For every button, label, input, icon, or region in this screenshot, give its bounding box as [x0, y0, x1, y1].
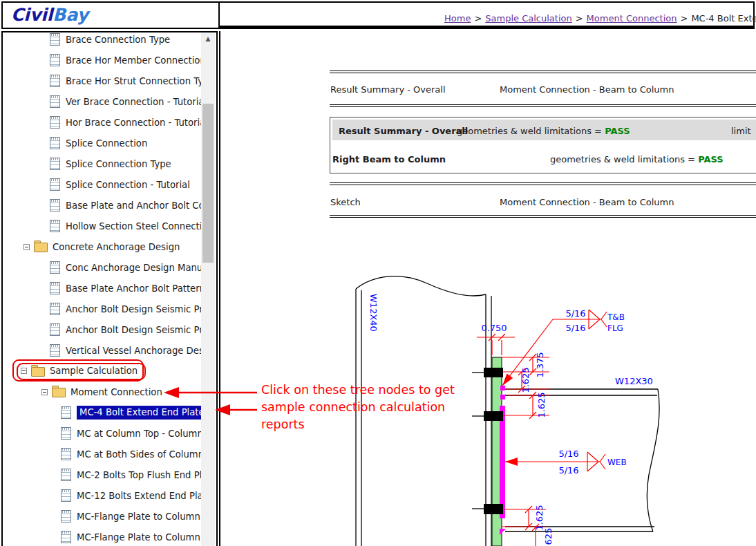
document-icon [50, 158, 60, 170]
tree-item-label[interactable]: Concrete Anchorage Design [53, 242, 180, 252]
column-break-line [356, 276, 486, 296]
weld-tail [601, 312, 607, 327]
document-icon [50, 95, 60, 108]
tree-item[interactable]: Conc Anchorage Design Manua [3, 257, 202, 278]
scroll-up-arrow-icon[interactable]: ▲ [201, 32, 215, 44]
tree-item[interactable]: Splice Connection Type [3, 153, 202, 174]
pass-badge: PASS [605, 126, 630, 136]
breadcrumb-item[interactable]: Moment Connection [587, 13, 677, 23]
tree-item-label[interactable]: Anchor Bolt Design Seismic Pro [66, 325, 202, 335]
tree-item-label[interactable]: MC at Both Sides of Column [77, 449, 202, 460]
tree-item[interactable]: Base Plate Anchor Bolt Pattern [3, 278, 202, 299]
tree-item[interactable]: Anchor Bolt Design Seismic Pro [3, 299, 202, 319]
tree-item[interactable]: Brace Hor Member Connection [3, 50, 202, 70]
table-header-check: geometries & weld limitations = PASS [457, 126, 630, 136]
sketch-section-title: Moment Connection - Beam to Column [500, 197, 674, 207]
main-divider [219, 31, 220, 546]
tree-item-label[interactable]: Splice Connection - Tutorial [66, 180, 190, 190]
tree-item[interactable]: Brace Hor Strut Connection Typ [3, 70, 202, 91]
logo-box: CivilBay [1, 1, 220, 29]
tree-item-label[interactable]: Brace Hor Member Connection [66, 55, 202, 66]
document-icon [50, 323, 60, 336]
breadcrumb-item[interactable]: Sample Calculation [485, 13, 571, 23]
document-icon [50, 33, 60, 46]
tree-item[interactable]: MC at Both Sides of Column [3, 444, 202, 464]
collapse-minus-icon[interactable] [41, 389, 48, 395]
tree-item-label[interactable]: Splice Connection Type [66, 159, 171, 169]
scrollbar-thumb[interactable] [202, 104, 214, 263]
logo-bay: Bay [53, 5, 88, 25]
breadcrumb-box: Home>Sample Calculation>Moment Connectio… [218, 1, 755, 29]
tree-item[interactable]: MC-4 Bolt Extend End Plate [3, 402, 202, 423]
tree-item-label[interactable]: MC-Flange Plate to Column [77, 511, 200, 522]
tree-item-label[interactable]: Base Plate Anchor Bolt Pattern [66, 283, 202, 294]
table-header-label: Result Summary - Overall [339, 126, 468, 136]
tree-item[interactable]: MC-12 Bolts Extend End Pla [3, 485, 202, 506]
tree-item-label[interactable]: MC-12 Bolts Extend End Pla [77, 491, 202, 501]
tree-item[interactable]: MC at Column Top - Column [3, 423, 202, 444]
tree-item-label[interactable]: Vertical Vessel Anchorage Desi [66, 346, 202, 356]
document-icon [61, 427, 71, 440]
tree-item-label[interactable]: Ver Brace Connection - Tutoria [66, 97, 202, 107]
tree-item-label[interactable]: Hollow Section Steel Connectio [66, 221, 202, 232]
tree-item-label[interactable]: Moment Connection [70, 387, 162, 397]
weld-size-bottom: 5/16 [565, 323, 585, 333]
highlighted-tree-item: Sample Calculation [17, 363, 146, 380]
beam-size-label: W12X30 [615, 376, 653, 386]
summary-section-title: Moment Connection - Beam to Column [500, 84, 674, 95]
dim-bolt-to-bottom-flange: 1.625 [534, 505, 545, 530]
tree-item-label[interactable]: MC-2 Bolts Top Flush End Pl [77, 470, 202, 480]
tree-item-label[interactable]: Hor Brace Connection - Tutoria [66, 117, 202, 128]
page: CivilBay Home>Sample Calculation>Moment … [0, 0, 756, 546]
tree-item-label[interactable]: Sample Calculation [50, 366, 138, 376]
collapse-minus-icon[interactable] [23, 244, 30, 250]
tree-item-label[interactable]: MC-Flange Plate to Column [77, 532, 200, 543]
tree-item[interactable]: Concrete Anchorage Design [3, 236, 202, 257]
column-size-label: W12X40 [368, 294, 379, 332]
tree-item-label[interactable]: Splice Connection [66, 138, 147, 149]
breadcrumb-item[interactable]: Home [444, 13, 471, 23]
tree-item[interactable]: MC-2 Bolts Top Flush End Pl [3, 464, 202, 485]
breadcrumb: Home>Sample Calculation>Moment Connectio… [444, 13, 756, 23]
folder-icon [34, 243, 48, 252]
tree-item[interactable]: Anchor Bolt Design Seismic Pro [3, 319, 202, 340]
double-rule [330, 70, 756, 73]
tree-item-label[interactable]: Brace Connection Type [66, 35, 170, 45]
breadcrumb-separator: > [474, 13, 482, 23]
document-icon [50, 282, 60, 294]
breadcrumb-item: MC-4 Bolt Extend End Plate [691, 13, 756, 23]
dim-plate-thickness: 0.750 [481, 323, 507, 333]
tree-item-label[interactable]: MC at Column Top - Column [77, 429, 202, 439]
weld-size-top: 5/16 [565, 308, 585, 319]
tree-item[interactable]: MC-Flange Plate to Column [3, 527, 202, 546]
tree-item-label[interactable]: MC-4 Bolt Extend End Plate [77, 406, 202, 420]
document-icon [61, 406, 71, 419]
tree-item[interactable]: Splice Connection - Tutorial [3, 174, 202, 195]
bolt [484, 504, 503, 514]
table-row-label: Right Beam to Column [332, 154, 446, 164]
tree-item-label[interactable]: Base Plate and Anchor Bolt Cor [66, 200, 202, 211]
document-icon [61, 510, 71, 523]
app-logo[interactable]: CivilBay [11, 5, 88, 25]
tree-item[interactable]: Base Plate and Anchor Bolt Cor [3, 195, 202, 216]
tree-item[interactable]: Brace Connection Type [3, 29, 202, 50]
bolt [484, 368, 503, 377]
document-icon [50, 54, 60, 66]
document-icon [50, 303, 60, 315]
tree-item[interactable]: Vertical Vessel Anchorage Desi [3, 340, 202, 361]
tree-item[interactable]: Hor Brace Connection - Tutoria [3, 112, 202, 133]
annotation-text: Click on these tree nodes to get sample … [261, 382, 455, 433]
tree-item[interactable]: Moment Connection [3, 382, 202, 402]
tree-item[interactable]: Hollow Section Steel Connectio [3, 216, 202, 236]
collapse-minus-icon[interactable] [21, 368, 27, 374]
tree-item-label[interactable]: Anchor Bolt Design Seismic Pro [66, 304, 202, 314]
weld-tail [600, 454, 605, 469]
tree-item-label[interactable]: Conc Anchorage Design Manua [66, 263, 202, 273]
tree-item[interactable]: Ver Brace Connection - Tutoria [3, 91, 202, 112]
tree-item[interactable]: Sample Calculation [3, 361, 202, 382]
tree-item[interactable]: MC-Flange Plate to Column [3, 506, 202, 527]
tree-item[interactable]: Splice Connection [3, 133, 202, 153]
folder-icon [52, 388, 66, 397]
tree-item-label[interactable]: Brace Hor Strut Connection Typ [66, 76, 202, 86]
document-icon [61, 448, 71, 460]
